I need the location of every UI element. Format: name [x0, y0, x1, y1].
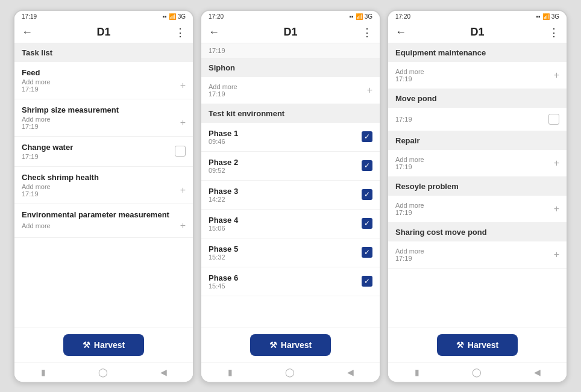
- harvest-btn-3[interactable]: ⚒ Harvest: [437, 334, 518, 356]
- phone-2: 17:20 ▪▪ 📶 3G ← D1 ⋮ 17:19 Siphon Add mo…: [200, 10, 381, 383]
- back-icon-1[interactable]: ←: [22, 26, 33, 39]
- task-shrimp-size: Shrimp size measurement Add more 17:19 +: [14, 99, 193, 137]
- task-resolve-add-btn[interactable]: +: [554, 204, 559, 214]
- task-repair-add-btn[interactable]: +: [554, 158, 559, 169]
- phase-3-checkbox[interactable]: ✓: [362, 189, 372, 200]
- task-env-param-title: Environmental parameter measurement: [22, 210, 186, 219]
- timestamp-2: 17:19: [201, 43, 380, 58]
- phase-6-item: Phase 6 15:45 ✓: [201, 267, 380, 296]
- task-check-shrimp-title: Check shrimp health: [22, 173, 186, 182]
- harvest-bar-1: ⚒ Harvest: [14, 328, 193, 362]
- status-icons-2: ▪▪ 📶 3G: [350, 13, 372, 20]
- back-icon-2[interactable]: ←: [209, 26, 219, 39]
- section-header-siphon: Siphon: [201, 58, 380, 77]
- circle-icon-1[interactable]: ◯: [98, 367, 108, 377]
- battery-icon: ▪▪: [163, 13, 167, 20]
- task-check-shrimp-sub: Add more: [22, 183, 51, 190]
- phase-6-time: 15:45: [209, 282, 238, 290]
- task-check-shrimp-add-btn[interactable]: +: [180, 185, 186, 196]
- home-icon-1[interactable]: ▮: [41, 367, 46, 377]
- task-equip: Add more 17:19 +: [388, 62, 567, 89]
- home-icon-3[interactable]: ▮: [415, 367, 419, 377]
- harvest-btn-1[interactable]: ⚒ Harvest: [63, 334, 144, 356]
- task-siphon-add-btn[interactable]: +: [367, 85, 372, 96]
- harvest-bar-3: ⚒ Harvest: [388, 328, 567, 362]
- task-movepond-time: 17:19: [395, 116, 412, 123]
- bottom-nav-1: ▮ ◯ ◀: [14, 362, 193, 382]
- status-bar-2: 17:20 ▪▪ 📶 3G: [201, 11, 380, 22]
- phase-4-name: Phase 4: [209, 216, 238, 225]
- task-movepond: 17:19: [388, 108, 567, 131]
- harvest-icon-1: ⚒: [83, 340, 90, 350]
- wifi-icon-2: 📶: [356, 13, 363, 20]
- phase-2-time: 09:52: [209, 167, 238, 174]
- page-title-3: D1: [470, 26, 484, 39]
- status-bar-3: 17:20 ▪▪ 📶 3G: [388, 11, 567, 22]
- task-change-water: Change water 17:19: [14, 137, 193, 167]
- phase-1-name: Phase 1: [209, 129, 238, 138]
- signal-icon: 3G: [178, 13, 186, 20]
- phase-6-name: Phase 6: [209, 273, 238, 282]
- home-icon-2[interactable]: ▮: [228, 367, 233, 377]
- status-icons-1: ▪▪ 📶 3G: [163, 13, 186, 20]
- task-resolve: Add more 17:19 +: [388, 196, 567, 223]
- back-nav-icon-1[interactable]: ◀: [160, 367, 167, 377]
- phase-4-checkbox[interactable]: ✓: [362, 218, 372, 229]
- phase-1-item: Phase 1 09:46 ✓: [201, 123, 380, 152]
- harvest-label-3: Harvest: [468, 340, 498, 350]
- content-3: Equipment maintenance Add more 17:19 + M…: [388, 43, 567, 328]
- back-icon-3[interactable]: ←: [395, 26, 406, 39]
- task-env-param-add-btn[interactable]: +: [180, 220, 186, 231]
- phase-5-checkbox[interactable]: ✓: [362, 247, 372, 258]
- signal-icon-2: 3G: [365, 13, 372, 20]
- status-time-3: 17:20: [395, 13, 410, 20]
- menu-icon-2[interactable]: ⋮: [362, 26, 372, 39]
- circle-icon-3[interactable]: ◯: [472, 367, 482, 377]
- harvest-label-2: Harvest: [281, 340, 312, 350]
- phase-3-time: 14:22: [209, 196, 238, 203]
- circle-icon-2[interactable]: ◯: [285, 367, 295, 377]
- status-time-2: 17:20: [209, 13, 224, 20]
- section-header-movepond: Move pond: [388, 89, 567, 108]
- phase-3-item: Phase 3 14:22 ✓: [201, 181, 380, 210]
- task-equip-add-btn[interactable]: +: [554, 70, 559, 81]
- task-feed-time: 17:19: [22, 86, 51, 93]
- task-repair-sub: Add more: [395, 156, 424, 163]
- wifi-icon-3: 📶: [542, 13, 550, 20]
- phase-2-checkbox[interactable]: ✓: [362, 160, 372, 171]
- task-shrimp-size-title: Shrimp size measurement: [22, 105, 186, 114]
- task-sharing-add-btn[interactable]: +: [554, 249, 559, 260]
- task-change-water-checkbox[interactable]: [175, 146, 186, 157]
- phase-4-item: Phase 4 15:06 ✓: [201, 210, 380, 238]
- nav-bar-3: ← D1 ⋮: [388, 22, 567, 43]
- task-feed-sub: Add more: [22, 78, 51, 86]
- page-title-1: D1: [96, 26, 110, 39]
- task-resolve-sub: Add more: [395, 202, 424, 209]
- task-check-shrimp-time: 17:19: [22, 190, 51, 198]
- back-nav-icon-2[interactable]: ◀: [347, 367, 354, 377]
- status-bar-1: 17:19 ▪▪ 📶 3G: [14, 11, 193, 22]
- signal-icon-3: 3G: [551, 13, 559, 20]
- menu-icon-3[interactable]: ⋮: [548, 26, 559, 39]
- battery-icon-2: ▪▪: [350, 13, 354, 20]
- back-nav-icon-3[interactable]: ◀: [534, 367, 541, 377]
- task-movepond-checkbox[interactable]: [548, 114, 559, 125]
- harvest-btn-2[interactable]: ⚒ Harvest: [250, 334, 331, 356]
- task-feed-title: Feed: [22, 68, 186, 77]
- task-change-water-title: Change water: [22, 143, 73, 152]
- menu-icon-1[interactable]: ⋮: [175, 26, 186, 39]
- phase-6-checkbox[interactable]: ✓: [362, 276, 372, 287]
- task-shrimp-size-add-btn[interactable]: +: [180, 117, 186, 128]
- task-sharing-time: 17:19: [395, 255, 424, 262]
- phase-3-name: Phase 3: [209, 187, 238, 196]
- task-equip-time: 17:19: [395, 75, 424, 82]
- phase-1-checkbox[interactable]: ✓: [362, 131, 372, 142]
- task-check-shrimp: Check shrimp health Add more 17:19 +: [14, 167, 193, 204]
- task-sharing: Add more 17:19 +: [388, 241, 567, 269]
- phone-3: 17:20 ▪▪ 📶 3G ← D1 ⋮ Equipment maintenan…: [387, 10, 568, 383]
- phase-5-name: Phase 5: [209, 244, 238, 254]
- phase-2-item: Phase 2 09:52 ✓: [201, 152, 380, 181]
- bottom-nav-2: ▮ ◯ ◀: [201, 362, 380, 382]
- task-feed-add-btn[interactable]: +: [180, 80, 186, 91]
- task-siphon-sub: Add more: [209, 83, 237, 90]
